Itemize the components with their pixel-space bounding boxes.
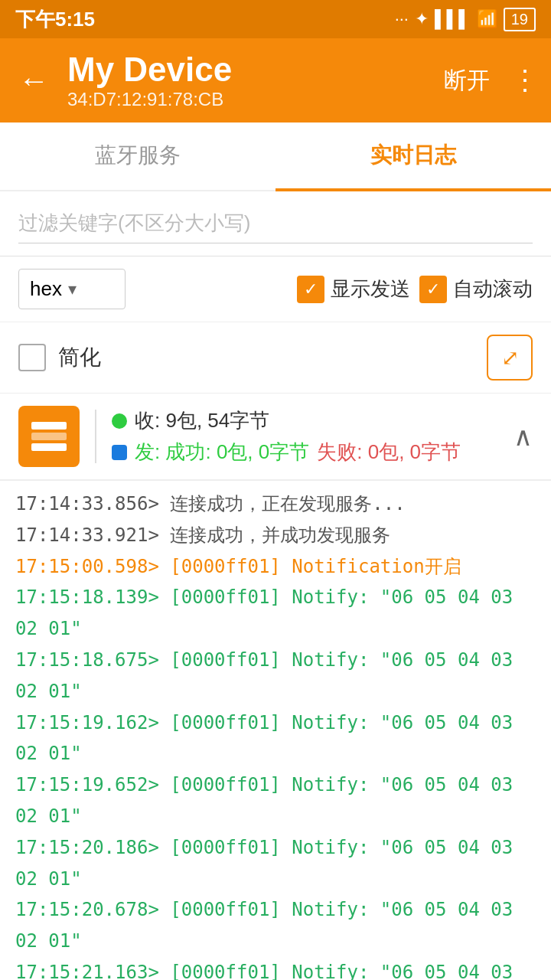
filter-section bbox=[0, 191, 551, 256]
dropdown-arrow-icon: ▾ bbox=[68, 279, 77, 299]
log-line: 17:15:21.163> [0000ff01] Notify: "06 05 … bbox=[15, 957, 536, 980]
toolbar: ← My Device 34:D7:12:91:78:CB 断开 ⋮ bbox=[0, 38, 551, 122]
log-area: 17:14:33.856> 连接成功，正在发现服务...17:14:33.921… bbox=[0, 481, 551, 980]
stats-icon-line3 bbox=[31, 443, 67, 451]
status-bar: 下午5:15 ··· ✦ ▌▌▌ 📶 19 bbox=[0, 0, 551, 38]
status-time: 下午5:15 bbox=[15, 6, 95, 33]
send-fail-label: 失败: 0包, 0字节 bbox=[317, 439, 461, 466]
divider bbox=[95, 410, 96, 463]
controls-row: hex ▾ ✓ 显示发送 ✓ 自动滚动 bbox=[0, 256, 551, 322]
tab-bar: 蓝牙服务 实时日志 bbox=[0, 122, 551, 191]
toolbar-title-area: My Device 34:D7:12:91:78:CB bbox=[67, 51, 438, 110]
wifi-icon: 📶 bbox=[477, 9, 497, 29]
recv-dot-icon bbox=[112, 413, 127, 429]
format-label: hex bbox=[30, 277, 62, 301]
collapse-arrow-icon[interactable]: ∧ bbox=[514, 421, 533, 452]
format-dropdown[interactable]: hex ▾ bbox=[18, 269, 126, 309]
simplify-row: 简化 ⤢ bbox=[0, 322, 551, 394]
log-line: 17:15:18.675> [0000ff01] Notify: "06 05 … bbox=[15, 645, 536, 707]
back-button[interactable]: ← bbox=[12, 57, 55, 104]
signal-dots-icon: ··· bbox=[395, 9, 409, 29]
more-options-icon[interactable]: ⋮ bbox=[511, 64, 539, 96]
simplify-checkbox[interactable] bbox=[18, 344, 46, 371]
send-success-label: 发: 成功: 0包, 0字节 bbox=[135, 439, 309, 466]
checkbox-group: ✓ 显示发送 ✓ 自动滚动 bbox=[141, 276, 533, 303]
auto-scroll-checkbox[interactable]: ✓ bbox=[419, 276, 447, 303]
log-line: 17:15:20.186> [0000ff01] Notify: "06 05 … bbox=[15, 832, 536, 895]
stats-icon-line2 bbox=[31, 433, 67, 440]
log-line: 17:14:33.921> 连接成功，并成功发现服务 bbox=[15, 520, 536, 551]
stats-icon-button[interactable] bbox=[18, 406, 80, 467]
expand-button[interactable]: ⤢ bbox=[487, 335, 533, 381]
log-line: 17:15:00.598> [0000ff01] Notification开启 bbox=[15, 551, 536, 583]
stats-block: 收: 9包, 54字节 发: 成功: 0包, 0字节 失败: 0包, 0字节 ∧ bbox=[0, 394, 551, 481]
simplify-label: 简化 bbox=[58, 343, 101, 372]
signal-bars-icon: ▌▌▌ bbox=[435, 9, 471, 29]
log-line: 17:15:19.162> [0000ff01] Notify: "06 05 … bbox=[15, 707, 536, 770]
status-icons: ··· ✦ ▌▌▌ 📶 19 bbox=[395, 8, 536, 31]
log-line: 17:15:18.139> [0000ff01] Notify: "06 05 … bbox=[15, 582, 536, 645]
stats-recv-row: 收: 9包, 54字节 bbox=[112, 407, 498, 434]
battery-icon: 19 bbox=[504, 8, 536, 31]
stats-send-row: 发: 成功: 0包, 0字节 失败: 0包, 0字节 bbox=[112, 439, 498, 466]
tab-bluetooth-services[interactable]: 蓝牙服务 bbox=[0, 122, 276, 190]
show-send-checkbox-item[interactable]: ✓ 显示发送 bbox=[297, 276, 410, 303]
log-line: 17:14:33.856> 连接成功，正在发现服务... bbox=[15, 488, 536, 520]
auto-scroll-checkbox-item[interactable]: ✓ 自动滚动 bbox=[419, 276, 533, 303]
recv-count-label: 收: 9包, 54字节 bbox=[135, 407, 269, 434]
device-name-title: My Device bbox=[67, 51, 438, 89]
auto-scroll-label: 自动滚动 bbox=[453, 276, 533, 302]
stats-text: 收: 9包, 54字节 发: 成功: 0包, 0字节 失败: 0包, 0字节 bbox=[112, 407, 498, 466]
bluetooth-icon: ✦ bbox=[415, 9, 429, 29]
send-dot-icon bbox=[112, 445, 127, 460]
simplify-left: 简化 bbox=[18, 343, 101, 372]
log-line: 17:15:20.678> [0000ff01] Notify: "06 05 … bbox=[15, 894, 536, 957]
disconnect-button[interactable]: 断开 bbox=[438, 59, 496, 103]
show-send-checkbox[interactable]: ✓ bbox=[297, 276, 324, 303]
toolbar-actions: 断开 ⋮ bbox=[438, 59, 539, 103]
tab-realtime-log[interactable]: 实时日志 bbox=[276, 122, 551, 191]
filter-input[interactable] bbox=[18, 204, 533, 243]
show-send-label: 显示发送 bbox=[331, 276, 410, 302]
device-mac-subtitle: 34:D7:12:91:78:CB bbox=[67, 89, 438, 110]
stats-icon-line1 bbox=[31, 422, 67, 430]
log-line: 17:15:19.652> [0000ff01] Notify: "06 05 … bbox=[15, 769, 536, 832]
expand-icon: ⤢ bbox=[501, 345, 519, 371]
